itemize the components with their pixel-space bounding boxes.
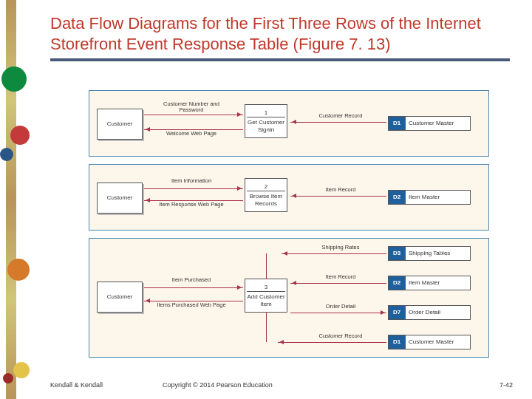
entity-customer: Customer (97, 282, 143, 313)
arrow (144, 188, 243, 189)
datastore-id: D2 (389, 276, 406, 290)
page-title: Data Flow Diagrams for the First Three R… (50, 13, 510, 61)
entity-customer: Customer (97, 109, 143, 140)
process-num: 1 (247, 109, 285, 118)
arrow (144, 200, 243, 201)
flow-label: Customer Number and Password (154, 101, 228, 114)
flow-label: Customer Record (304, 333, 378, 339)
datastore-id: D3 (389, 247, 406, 260)
flow-label: Order Detail (304, 304, 378, 310)
flow-label: Shipping Rates (304, 245, 378, 250)
process-name: Browse Item Records (247, 193, 285, 207)
flow-label: Item Information (154, 178, 228, 184)
datastore-id: D1 (389, 117, 406, 130)
datastore-name: Shipping Tables (406, 250, 470, 257)
flow-label: Item Purchased (154, 277, 228, 283)
datastore-d2: D2 Item Master (388, 276, 471, 290)
process-name: Add Customer Item (247, 293, 285, 307)
datastore-name: Customer Master (406, 338, 470, 346)
arrow (282, 253, 386, 254)
arrow (290, 283, 386, 284)
arrow (278, 342, 386, 343)
flow-label: Item Record (304, 274, 378, 280)
dfd-diagram: Customer 1 Get Customer Signin D1 Custom… (89, 90, 488, 371)
dfd-panel-3: Customer 3 Add Customer Item Item Purcha… (89, 238, 489, 358)
datastore-id: D2 (389, 191, 406, 204)
flow-label: Welcome Web Page (154, 131, 228, 137)
footer-copyright: Copyright © 2014 Pearson Education (163, 381, 273, 389)
datastore-d3: D3 Shipping Tables (388, 246, 471, 261)
flow-label: Customer Record (304, 113, 378, 119)
process-name: Get Customer Signin (247, 119, 285, 133)
datastore-id: D1 (389, 335, 406, 349)
arrow (290, 313, 386, 313)
footer-page-number: 7-42 (499, 381, 513, 389)
flow-label: Item Record (304, 187, 378, 193)
flow-label: Item Response Web Page (154, 202, 228, 208)
process-num: 2 (247, 183, 285, 192)
arrow (144, 287, 243, 288)
arrow (290, 196, 386, 197)
datastore-d7: D7 Order Detail (388, 305, 471, 320)
datastore-d2: D2 Item Master (388, 190, 471, 205)
flow-label: Items Purchased Web Page (154, 302, 228, 308)
connector (266, 253, 267, 279)
process-num: 3 (247, 284, 285, 293)
process-1: 1 Get Customer Signin (245, 104, 287, 138)
dfd-panel-1: Customer 1 Get Customer Signin D1 Custom… (89, 90, 489, 157)
dfd-panel-2: Customer 2 Browse Item Records D2 Item M… (89, 164, 489, 231)
datastore-id: D7 (389, 306, 406, 319)
datastore-name: Order Detail (406, 309, 470, 316)
arrow (144, 129, 243, 130)
entity-customer: Customer (97, 183, 143, 214)
datastore-name: Item Master (406, 194, 470, 201)
process-2: 2 Browse Item Records (245, 178, 287, 212)
decorative-sidebar (0, 0, 34, 399)
datastore-d1: D1 Customer Master (388, 335, 471, 349)
datastore-name: Item Master (406, 279, 470, 287)
arrow (290, 122, 386, 123)
arrow (144, 115, 243, 115)
process-3: 3 Add Customer Item (245, 279, 287, 313)
arrow (144, 301, 243, 301)
datastore-name: Customer Master (406, 120, 470, 127)
connector (266, 313, 267, 342)
datastore-d1: D1 Customer Master (388, 116, 471, 131)
footer-author: Kendall & Kendall (50, 381, 103, 389)
